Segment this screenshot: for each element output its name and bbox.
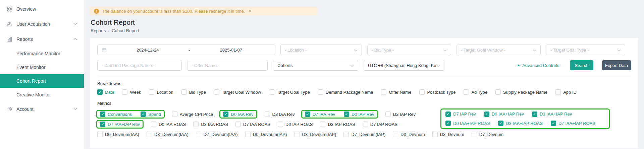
metric-checkbox-conversions[interactable]: Conversions — [100, 111, 132, 117]
sidebar-item-label: Overview — [16, 6, 36, 12]
breakdown-checkbox-bid-type[interactable]: Bid Type — [181, 89, 206, 95]
offer-name-input[interactable] — [187, 60, 268, 71]
sidebar-item-overview[interactable]: Overview — [0, 1, 84, 16]
breakdown-checkbox-date[interactable]: Date — [97, 89, 114, 95]
metric-checkbox-d7-iaa-iap-roas[interactable]: D7 IAA+IAP ROAS — [551, 121, 595, 126]
metric-checkbox-d3-iap-rev[interactable]: D3 IAP Rev — [385, 111, 416, 117]
metric-checkbox-d7-devnum-iap[interactable]: D7_Devnum(IAP) — [343, 132, 385, 137]
metric-checkbox-d0-iap-roas[interactable]: D0 IAP ROAS — [278, 122, 313, 127]
checkbox-icon — [141, 111, 146, 117]
breakdown-checkbox-location[interactable]: Location — [149, 89, 173, 95]
timezone-select[interactable]: UTC +8 (Shanghai, Hong Kong, Ku — [364, 60, 444, 71]
metric-checkbox-d7-iap-roas[interactable]: D7 IAP ROAS — [363, 122, 397, 127]
metric-checkbox-d0-iaa-iap-rev[interactable]: D0 IAA+IAP Rev — [484, 111, 524, 117]
page-title: Cohort Report — [91, 18, 638, 27]
checkbox-icon — [100, 111, 105, 117]
target-goal-type-select[interactable]: - Target Goal Type - — [546, 45, 625, 55]
report-mode-select[interactable]: Cohorts — [273, 60, 358, 71]
sidebar-item-account[interactable]: Account — [0, 101, 84, 117]
metric-checkbox-d0-iaa-rev[interactable]: D0 IAA Rev — [223, 111, 253, 117]
search-button[interactable]: Search — [570, 60, 593, 70]
metric-checkbox-d7-iaa-roas[interactable]: D7 IAA ROAS — [235, 122, 270, 127]
breakdown-checkbox-demand-package-name[interactable]: Demand Package Name — [318, 89, 373, 95]
sidebar-subitem-label: Performance Monitor — [16, 51, 60, 56]
metric-checkbox-d7-devnum[interactable]: D7_Devnum — [472, 132, 503, 137]
checkbox-icon — [381, 89, 386, 95]
breadcrumb-separator: / — [108, 28, 110, 33]
warning-icon: ! — [94, 9, 99, 14]
highlight-box-row-2: D0 IAA+IAP ROAS D3 IAA+IAP ROAS D7 IAA+I… — [445, 119, 605, 127]
metric-checkbox-d3-iaa-rev[interactable]: D3 IAA Rev — [265, 111, 295, 117]
date-range-picker[interactable]: 2024-12-24 - 2025-01-07 — [97, 45, 275, 55]
breakdown-checkbox-supply-package-name[interactable]: Supply Package Name — [495, 89, 547, 95]
bid-type-select[interactable]: - Bid Type - — [367, 45, 451, 55]
breakdown-checkbox-target-goal-window[interactable]: Target Goal Window — [214, 89, 261, 95]
metric-checkbox-d3-iaa-roas[interactable]: D3 IAA ROAS — [193, 122, 228, 127]
breadcrumb-current: Cohort Report — [112, 28, 139, 33]
location-select[interactable]: - Location - — [280, 45, 362, 55]
checkbox-icon — [278, 122, 283, 127]
metric-checkbox-averge-cpi-price[interactable]: Averge CPI Price — [172, 111, 213, 117]
metric-checkbox-d3-iaa-iap-roas[interactable]: D3 IAA+IAP ROAS — [498, 121, 543, 126]
breakdown-checkbox-app-id[interactable]: App ID — [555, 89, 577, 95]
metric-checkbox-d0-iaa-roas[interactable]: D0 IAA ROAS — [151, 122, 186, 127]
demand-package-name-input[interactable] — [97, 60, 182, 71]
sidebar-item-label: Reports — [16, 36, 33, 42]
sidebar-item-reports[interactable]: Reports — [0, 31, 84, 47]
grid-icon — [7, 6, 12, 12]
metric-checkbox-d7-devnum-iaa[interactable]: D7_Devnum(IAA) — [196, 132, 238, 137]
metric-checkbox-d3-devnum-iaa[interactable]: D3_Devnum(IAA) — [147, 132, 189, 137]
metric-checkbox-d3-devnum[interactable]: D3_Devnum — [432, 132, 464, 137]
metric-checkbox-d7-iaa-iap-rev[interactable]: D7 IAA+IAP Rev — [100, 122, 140, 127]
checkbox-icon — [551, 121, 556, 126]
metric-checkbox-d3-iap-roas[interactable]: D3 IAP ROAS — [320, 122, 355, 127]
metric-checkbox-d7-iaa-rev[interactable]: D7 IAA Rev — [305, 111, 335, 117]
metric-checkbox-d0-iap-rev[interactable]: D0 IAP Rev — [344, 111, 374, 117]
breakdown-checkbox-target-goal-type[interactable]: Target Goal Type — [269, 89, 310, 95]
breakdown-checkbox-postback-type[interactable]: Postback Type — [419, 89, 455, 95]
sidebar-subitem-cohort-report[interactable]: Cohort Report — [0, 74, 84, 88]
metric-checkbox-d0-devnum-iap[interactable]: D0_Devnum(IAP) — [245, 132, 287, 137]
sidebar-subitem-creative-monitor[interactable]: Creative Monitor — [0, 88, 84, 101]
checkbox-icon — [245, 132, 251, 137]
checkbox-icon — [363, 122, 368, 127]
advanced-controls-toggle[interactable]: Advanced Controls — [517, 63, 559, 68]
date-from-value[interactable]: 2024-12-24 — [108, 48, 187, 53]
metric-checkbox-spend[interactable]: Spend — [141, 111, 161, 117]
checkbox-icon — [100, 122, 105, 127]
sidebar-subitem-event-monitor[interactable]: Event Monitor — [0, 60, 84, 74]
breakdowns-title: Breakdowns — [97, 81, 631, 86]
filter-row-2: Cohorts UTC +8 (Shanghai, Hong Kong, Ku … — [97, 60, 631, 71]
target-goal-window-select[interactable]: - Target Goal Window - — [457, 45, 541, 55]
breadcrumb-reports[interactable]: Reports — [91, 28, 106, 33]
sidebar-subitem-performance-monitor[interactable]: Performance Monitor — [0, 47, 84, 60]
checkbox-icon — [498, 121, 503, 126]
close-icon[interactable]: ✕ — [248, 9, 252, 13]
metrics-rows: Conversions Spend Averge CPI Price D0 IA… — [97, 109, 631, 139]
checkbox-icon — [344, 111, 349, 117]
checkbox-icon — [419, 89, 425, 95]
chevron-up-icon — [73, 38, 77, 40]
sidebar-item-user-acquisition[interactable]: User Acquisition — [0, 16, 84, 31]
metric-checkbox-d0-devnum[interactable]: D0_Devnum — [393, 132, 425, 137]
checkbox-icon — [484, 111, 489, 117]
date-to-value[interactable]: 2025-01-07 — [192, 48, 271, 53]
checkbox-icon — [532, 111, 537, 117]
metric-checkbox-d3-devnum-iap[interactable]: D3_Devnum(IAP) — [294, 132, 336, 137]
breakdown-checkbox-offer-name[interactable]: Offer Name — [381, 89, 411, 95]
breakdown-checkbox-ad-type[interactable]: Ad Type — [464, 89, 487, 95]
checkbox-icon — [320, 122, 325, 127]
checkbox-icon — [172, 111, 177, 117]
metric-checkbox-d0-devnum-iaa[interactable]: D0_Devnum(IAA) — [97, 132, 139, 137]
metric-checkbox-d0-iaa-iap-roas[interactable]: D0 IAA+IAP ROAS — [445, 121, 490, 126]
chevron-down-icon — [533, 48, 536, 53]
breakdown-checkbox-week[interactable]: Week — [122, 89, 141, 95]
chevron-down-icon — [350, 63, 354, 68]
metric-checkbox-d3-iaa-iap-rev[interactable]: D3 IAA+IAP Rev — [532, 111, 572, 117]
export-data-button[interactable]: Export Data — [602, 60, 631, 70]
date-range-separator: - — [187, 48, 191, 53]
balance-warning-banner: ! The balance on your account is less th… — [90, 7, 317, 15]
checkbox-icon — [432, 132, 438, 137]
gear-icon — [7, 106, 12, 112]
metric-checkbox-d7-iap-rev[interactable]: D7 IAP Rev — [445, 111, 476, 117]
